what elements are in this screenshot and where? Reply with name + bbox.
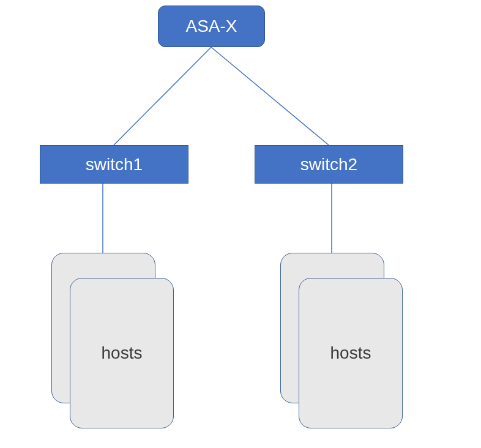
node-switch1-label: switch1 bbox=[86, 155, 143, 174]
hosts1-card-front: hosts bbox=[70, 278, 174, 428]
hosts2-label: hosts bbox=[330, 343, 371, 363]
connector-asa-switch2 bbox=[211, 47, 329, 145]
hosts2-card-front: hosts bbox=[299, 278, 403, 428]
node-asa-label: ASA-X bbox=[185, 17, 237, 36]
node-switch2: switch2 bbox=[255, 145, 403, 184]
diagram-canvas: ASA-X switch1 switch2 hosts hosts bbox=[0, 0, 481, 448]
node-asa: ASA-X bbox=[158, 6, 265, 47]
hosts1-label: hosts bbox=[102, 343, 143, 363]
node-switch2-label: switch2 bbox=[300, 155, 357, 174]
node-switch1: switch1 bbox=[40, 145, 188, 184]
connector-asa-switch1 bbox=[114, 47, 211, 145]
